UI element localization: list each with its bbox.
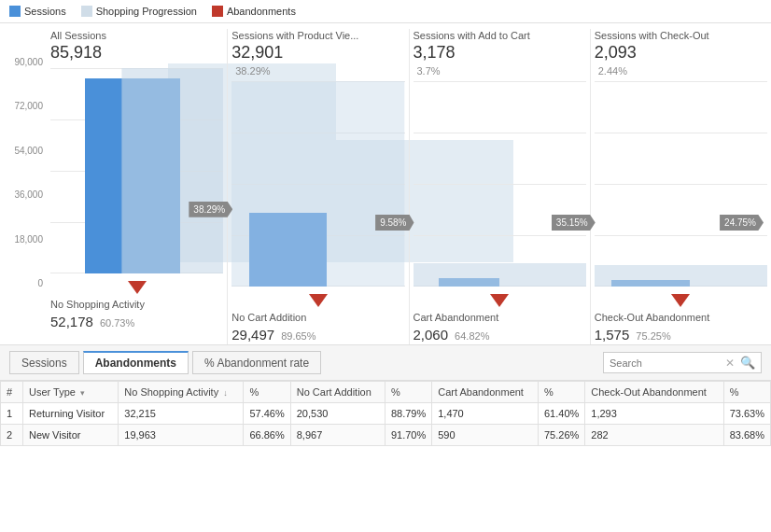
row2-checkout-abandon-pct: 83.68% <box>723 425 770 446</box>
table-body: 1 Returning Visitor 32,215 57.46% 20,530… <box>1 403 771 446</box>
row2-no-shopping: 19,963 <box>119 425 244 446</box>
col2-bar-area: 9.58% <box>231 81 404 287</box>
row1-no-cart: 20,530 <box>290 403 385 425</box>
table-row: 1 Returning Visitor 32,215 57.46% 20,530… <box>1 403 771 425</box>
col4-bar-area: 24.75% <box>595 81 767 287</box>
col3-title: Sessions with Add to Cart <box>414 30 530 41</box>
row1-checkout-abandon-pct: 73.63% <box>723 403 770 425</box>
y-label-5: 18,000 <box>4 234 43 245</box>
y-axis: 90,000 72,000 54,000 36,000 18,000 0 <box>0 23 47 344</box>
col4-funnel <box>595 81 767 287</box>
y-label-1: 90,000 <box>4 57 43 67</box>
tabs-section: Sessions Abandonments % Abandonment rate… <box>0 345 771 381</box>
row1-no-shopping-pct: 57.46% <box>244 403 290 425</box>
table-container: # User Type ▾ No Shopping Activity ↓ % N… <box>0 381 771 446</box>
y-label-4: 36,000 <box>4 189 43 200</box>
tab-abandonments[interactable]: Abandonments <box>83 351 189 374</box>
col3-bottom-count: 2,060 64.82% <box>414 325 586 344</box>
col4-bottom-count: 1,575 75.25% <box>595 325 767 344</box>
search-clear-icon[interactable]: ✕ <box>725 357 735 370</box>
col2-count: 32,901 <box>231 42 404 63</box>
col3-funnel <box>414 81 586 287</box>
table-row: 2 New Visitor 19,963 66.86% 8,967 91.70%… <box>1 425 771 446</box>
th-no-cart-pct: % <box>385 382 431 403</box>
abandon-label: Abandonments <box>227 6 296 17</box>
col1-arrow-badge: 38.29% <box>189 202 232 217</box>
col-product-view: Sessions with Product Vie... 32,90138.29… <box>227 29 408 344</box>
col3-pct: 3.7% <box>417 65 441 77</box>
col4-count: 2,093 <box>595 42 767 63</box>
chart-section: 90,000 72,000 54,000 36,000 18,000 0 All… <box>0 23 771 345</box>
row1-no-shopping: 32,215 <box>119 403 244 425</box>
legend: Sessions Shopping Progression Abandonmen… <box>0 0 771 23</box>
col1-title: All Sessions <box>50 30 106 41</box>
th-num: # <box>1 382 23 403</box>
col4-bottom-label: Check-Out Abandonment 1,575 75.25% <box>595 311 767 344</box>
col4-red-arrow <box>595 287 767 311</box>
th-no-shopping[interactable]: No Shopping Activity ↓ <box>119 382 244 403</box>
col2-red-arrow <box>231 287 404 311</box>
legend-shopping: Shopping Progression <box>81 6 197 17</box>
col4-pct: 2.44% <box>598 65 627 77</box>
th-user-type[interactable]: User Type ▾ <box>23 382 119 403</box>
svg-marker-2 <box>121 68 223 273</box>
col3-count: 3,178 <box>414 42 586 63</box>
col2-pct: 38.29% <box>235 65 270 77</box>
abandon-icon <box>212 6 223 17</box>
row1-num: 1 <box>1 403 23 425</box>
svg-marker-3 <box>231 81 404 287</box>
search-magnifier-icon[interactable]: 🔍 <box>740 356 755 370</box>
legend-abandonment: Abandonments <box>212 6 296 17</box>
col2-header: Sessions with Product Vie... 32,90138.29… <box>231 29 404 77</box>
col1-red-arrow <box>50 273 223 298</box>
row2-no-shopping-pct: 66.86% <box>244 425 290 446</box>
shopping-label: Shopping Progression <box>96 6 197 17</box>
col1-bottom-count: 52,178 60.73% <box>50 312 223 331</box>
sessions-label: Sessions <box>24 6 66 17</box>
y-label-2: 72,000 <box>4 101 43 111</box>
col4-title: Sessions with Check-Out <box>595 30 709 41</box>
col3-red-arrow <box>414 287 586 311</box>
th-cart-abandon: Cart Abandonment <box>432 382 539 403</box>
legend-sessions: Sessions <box>9 6 66 17</box>
row1-no-cart-pct: 88.79% <box>385 403 431 425</box>
row1-checkout-abandon: 1,293 <box>585 403 723 425</box>
col1-header: All Sessions 85,918 <box>50 29 223 64</box>
sessions-icon <box>9 6 21 17</box>
row1-cart-abandon: 1,470 <box>432 403 539 425</box>
th-checkout-abandon-pct: % <box>723 382 770 403</box>
tabs-container: Sessions Abandonments % Abandonment rate <box>9 351 321 374</box>
tab-abandonment-rate[interactable]: % Abandonment rate <box>192 351 321 374</box>
col3-header: Sessions with Add to Cart 3,1783.7% <box>414 29 586 77</box>
user-type-sort-icon: ▾ <box>80 388 85 398</box>
col-all-sessions: All Sessions 85,918 38.29% <box>47 29 227 344</box>
row2-num: 2 <box>1 425 23 446</box>
th-no-shopping-pct: % <box>244 382 290 403</box>
svg-marker-4 <box>414 263 586 287</box>
y-label-6: 0 <box>4 278 43 288</box>
col3-bar-area: 35.15% <box>414 81 586 287</box>
svg-marker-5 <box>595 265 767 287</box>
col2-bottom-pct: 89.65% <box>278 330 315 342</box>
funnel-area: All Sessions 85,918 38.29% <box>47 23 771 344</box>
y-label-3: 54,000 <box>4 146 43 156</box>
row2-user-type: New Visitor <box>23 425 119 446</box>
search-input[interactable] <box>610 357 722 369</box>
col3-bottom-pct: 64.82% <box>452 330 489 342</box>
th-checkout-abandon: Check-Out Abandonment <box>585 382 723 403</box>
row2-no-cart: 8,967 <box>290 425 385 446</box>
no-shopping-sort-icon: ↓ <box>223 388 228 398</box>
col1-count: 85,918 <box>50 42 223 63</box>
col4-bottom-pct: 75.25% <box>633 330 670 342</box>
row1-user-type: Returning Visitor <box>23 403 119 425</box>
row2-cart-abandon-pct: 75.26% <box>539 425 585 446</box>
col4-arrow-badge: 24.75% <box>720 215 764 231</box>
col1-bottom-pct: 60.73% <box>97 317 134 329</box>
col1-bar-area: 38.29% <box>50 68 223 273</box>
row2-no-cart-pct: 91.70% <box>385 425 431 446</box>
row2-cart-abandon: 590 <box>432 425 539 446</box>
tab-sessions[interactable]: Sessions <box>9 351 79 374</box>
search-box: ✕ 🔍 <box>603 352 762 373</box>
row2-checkout-abandon: 282 <box>585 425 723 446</box>
shopping-icon <box>81 6 92 17</box>
